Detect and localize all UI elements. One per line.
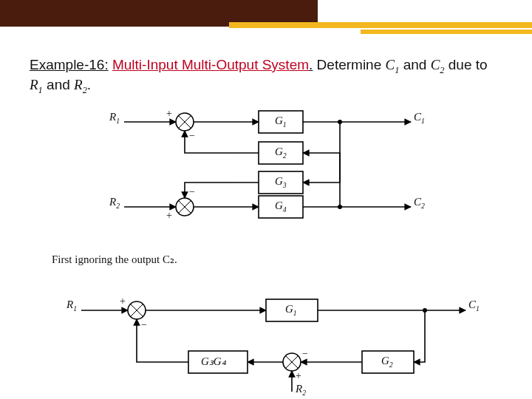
svg-point-7	[338, 120, 342, 124]
slide-top-bar	[0, 0, 532, 33]
label-c1: C1	[414, 111, 425, 125]
svg-line-3	[178, 115, 191, 129]
svg-point-17	[338, 205, 342, 209]
svg-line-29	[285, 355, 299, 369]
yellow-strip-2	[361, 30, 532, 34]
svg-line-12	[178, 200, 191, 214]
yellow-strip-1	[229, 22, 532, 28]
svg-point-19	[128, 301, 146, 319]
sign-s1-minus: −	[189, 130, 195, 142]
label-g4: G4	[275, 200, 287, 214]
label-g1: G1	[275, 115, 287, 129]
svg-point-28	[283, 353, 301, 371]
sign-sb-minus: −	[302, 348, 308, 360]
label-g2: G2	[275, 146, 287, 160]
label2-g2: G2	[381, 355, 393, 369]
var-r2: R2	[74, 77, 87, 92]
svg-point-1	[176, 113, 194, 131]
label2-g1: G1	[285, 303, 297, 317]
label-r2: R2	[109, 196, 120, 210]
note-first-ignore: First ignoring the output C₂.	[52, 253, 177, 266]
label-g3: G3	[275, 175, 287, 189]
svg-line-13	[178, 200, 191, 214]
label2-r1: R1	[66, 299, 77, 313]
svg-line-20	[130, 304, 143, 317]
label-r1: R1	[109, 111, 120, 125]
label2-c1: C1	[468, 299, 480, 313]
var-r1: R1	[30, 77, 43, 92]
var-c1: C1	[386, 57, 400, 72]
example-id: Example-16:	[30, 57, 109, 72]
slide-heading: Example-16: Multi-Input Multi-Output Sys…	[30, 56, 502, 96]
sign-sa-plus: +	[120, 296, 126, 307]
label2-g3g4: G₃G₄	[201, 355, 226, 368]
sign-sb-plus: +	[296, 370, 301, 382]
sign-s2-plus: +	[166, 210, 172, 222]
var-c2: C2	[431, 57, 445, 72]
svg-line-21	[130, 304, 143, 317]
svg-line-2	[178, 115, 191, 129]
svg-point-11	[176, 198, 194, 216]
label-c2: C2	[414, 196, 425, 210]
sign-s2-minus: −	[189, 186, 195, 198]
label2-r2: R2	[296, 383, 306, 397]
svg-point-25	[423, 308, 427, 313]
sign-sa-minus: −	[141, 319, 147, 331]
sign-s1-plus: +	[166, 108, 172, 120]
title-red: Multi-Input Multi-Output System	[112, 57, 309, 72]
svg-line-30	[285, 355, 299, 369]
